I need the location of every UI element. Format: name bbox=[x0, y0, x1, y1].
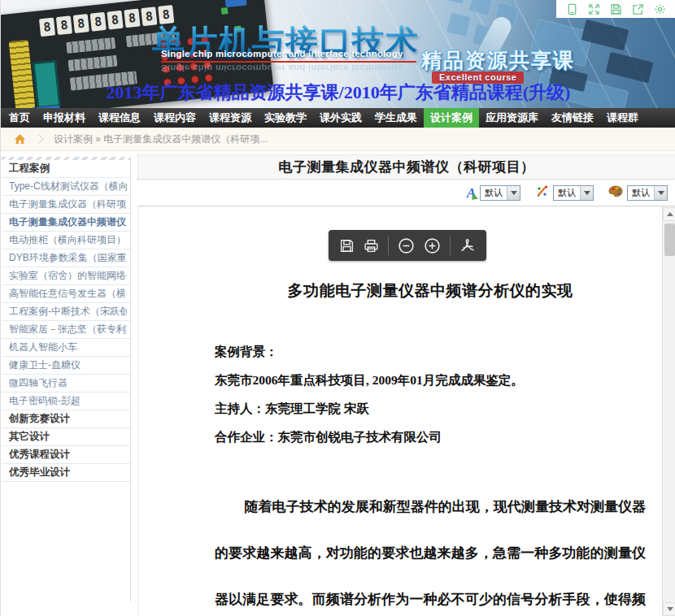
nav-item[interactable]: 学生成果 bbox=[368, 108, 424, 128]
viewer-scrollbar[interactable] bbox=[662, 207, 675, 616]
sidebar-item[interactable]: 电子测量集成仪器（科研项目来） bbox=[2, 196, 130, 214]
settings-icon[interactable] bbox=[649, 0, 671, 18]
dip-chip bbox=[66, 37, 115, 54]
window-controls bbox=[556, 0, 675, 18]
scroll-down-button[interactable] bbox=[663, 602, 675, 616]
nav-item[interactable]: 友情链接 bbox=[545, 108, 600, 128]
sidebar-item[interactable]: 优秀毕业设计 bbox=[2, 464, 130, 482]
sidebar-item[interactable]: 高智能任意信号发生器（横向科... bbox=[2, 285, 130, 303]
sidebar-item[interactable]: Type-C线材测试仪器（横向项目... bbox=[2, 178, 130, 196]
fullscreen-icon[interactable] bbox=[583, 0, 605, 18]
pdf-save-button[interactable] bbox=[339, 238, 355, 254]
sidebar-item[interactable]: 创新竞赛设计 bbox=[2, 410, 130, 428]
theme-color-icon[interactable] bbox=[608, 185, 623, 201]
pdf-zoom-in-button[interactable] bbox=[424, 237, 441, 254]
document-page: 多功能电子测量仪器中频谱分析仪的实现 案例背景：东莞市2006年重点科技项目, … bbox=[215, 280, 646, 616]
blue-component bbox=[224, 0, 247, 7]
font-style-icon[interactable] bbox=[535, 184, 549, 202]
main-content: 电子测量集成仪器中频谱仪（科研项目） A 默认 默认 bbox=[137, 154, 675, 616]
pdf-print-button[interactable] bbox=[364, 238, 379, 254]
site-subtitle-en: Single chip microcomputer and interface … bbox=[161, 49, 403, 59]
save-icon[interactable] bbox=[605, 0, 627, 18]
sidebar-item[interactable]: 工程案例-中断技术（宋跃创新项... bbox=[2, 303, 130, 321]
doc-title: 多功能电子测量仪器中频谱分析仪的实现 bbox=[215, 280, 646, 301]
font-size-icon[interactable]: A bbox=[467, 186, 476, 200]
main-nav: 首页申报材料课程信息课程内容课程资源实验教学课外实践学生成果设计案例应用资源库友… bbox=[1, 108, 675, 128]
nav-item[interactable]: 应用资源库 bbox=[479, 108, 545, 128]
nav-item[interactable]: 课程资源 bbox=[202, 108, 258, 128]
sidebar-item[interactable]: DYB环境参数采集（国家重大科研... bbox=[2, 249, 130, 267]
sidebar-item[interactable]: 电动推柜（横向科研项目） bbox=[2, 232, 130, 249]
site-banner: 88 88 88 88 单片机与接口技术 Single chip mi bbox=[1, 0, 675, 108]
sidebar-item[interactable]: 工程案例 bbox=[2, 160, 130, 178]
doc-meta: 案例背景：东莞市2006年重点科技项目, 2009年01月完成成果鉴定。主持人：… bbox=[215, 337, 646, 451]
toolbar-separator bbox=[137, 206, 675, 206]
pdf-toolbar bbox=[329, 230, 486, 261]
subtitle-reflection: Single chip microcomputer and interface … bbox=[161, 63, 403, 73]
breadcrumb: 设计案例 » 电子测量集成仪器中频谱仪（科研项... bbox=[1, 128, 675, 151]
sidebar-menu: 工程案例 Type-C线材测试仪器（横向项目... 电子测量集成仪器（科研项目来… bbox=[2, 157, 131, 601]
nav-item[interactable]: 申报材料 bbox=[37, 108, 92, 128]
award-line: 2013年广东省精品资源共享课/2010年广东省精品课程(升级) bbox=[1, 80, 675, 105]
page-title: 电子测量集成仪器中频谱仪（科研项目） bbox=[279, 158, 535, 176]
pdf-zoom-out-button[interactable] bbox=[398, 237, 415, 254]
sidebar-item[interactable]: 电子测量集成仪器中频谱仪（科... bbox=[2, 214, 130, 232]
sidebar-item[interactable]: 其它设计 bbox=[2, 428, 130, 446]
share-icon[interactable] bbox=[627, 0, 649, 18]
doc-meta-line: 东莞市2006年重点科技项目, 2009年01月完成成果鉴定。 bbox=[215, 366, 646, 394]
page-root: 88 88 88 88 单片机与接口技术 Single chip mi bbox=[0, 0, 675, 616]
nav-item[interactable]: 课外实践 bbox=[313, 108, 368, 128]
chevron-down-icon bbox=[507, 186, 520, 200]
sidebar-item[interactable]: 微四轴飞行器 bbox=[2, 375, 130, 393]
breadcrumb-chevron bbox=[34, 134, 43, 143]
article-title-bar: 电子测量集成仪器中频谱仪（科研项目） bbox=[137, 154, 675, 179]
pdf-toolbar-divider bbox=[388, 236, 389, 255]
breadcrumb-path: 设计案例 » 电子测量集成仪器中频谱仪（科研项... bbox=[54, 132, 268, 146]
scroll-up-button[interactable] bbox=[663, 207, 675, 221]
mobile-icon[interactable] bbox=[561, 0, 583, 18]
led bbox=[221, 7, 229, 15]
pdf-viewer: 多功能电子测量仪器中频谱分析仪的实现 案例背景：东莞市2006年重点科技项目, … bbox=[137, 207, 675, 616]
excellent-course-badge: 精品资源共享课 bbox=[421, 47, 575, 74]
nav-item[interactable]: 首页 bbox=[2, 108, 37, 128]
chevron-down-icon bbox=[654, 186, 667, 200]
subtitle-underline bbox=[161, 61, 416, 63]
doc-meta-line: 案例背景： bbox=[215, 337, 646, 366]
sidebar-item[interactable]: 健康卫士-血糖仪 bbox=[2, 357, 130, 375]
sidebar-item[interactable]: 实验室（宿舍）的智能网络信息化 bbox=[2, 267, 130, 285]
scrollbar-thumb[interactable] bbox=[664, 223, 675, 256]
format-toolbar: A 默认 默认 默认 bbox=[137, 180, 675, 206]
pdf-toolbar-divider bbox=[450, 236, 451, 255]
theme-color-select[interactable]: 默认 bbox=[627, 185, 668, 201]
doc-meta-line: 主持人：东莞理工学院 宋跃 bbox=[215, 394, 646, 423]
nav-item[interactable]: 课程信息 bbox=[92, 108, 147, 128]
sidebar-item[interactable]: 优秀课程设计 bbox=[2, 446, 130, 464]
home-icon[interactable] bbox=[14, 133, 26, 145]
nav-item[interactable]: 课程内容 bbox=[147, 108, 202, 128]
sidebar-item[interactable]: 智能家居－张志坚（获专利项目） bbox=[2, 321, 130, 339]
chevron-down-icon bbox=[580, 186, 593, 200]
sidebar-item[interactable]: 机器人智能小车 bbox=[2, 339, 130, 357]
adobe-pdf-icon[interactable] bbox=[459, 237, 476, 254]
doc-paragraph: 随着电子技术的发展和新型器件的出现，现代测量技术对测量仪器的要求越来越高，对功能… bbox=[215, 484, 646, 616]
font-size-select[interactable]: 默认 bbox=[480, 185, 520, 201]
sidebar-item[interactable]: 电子密码锁-彭超 bbox=[2, 393, 130, 410]
doc-meta-line: 合作企业：东莞市创锐电子技术有限公司 bbox=[215, 423, 646, 451]
nav-item[interactable]: 课程群 bbox=[600, 108, 645, 128]
nav-item[interactable]: 设计案例 bbox=[424, 108, 479, 128]
dip-chip bbox=[68, 55, 117, 72]
nav-item[interactable]: 实验教学 bbox=[258, 108, 313, 128]
font-style-select[interactable]: 默认 bbox=[553, 185, 594, 201]
